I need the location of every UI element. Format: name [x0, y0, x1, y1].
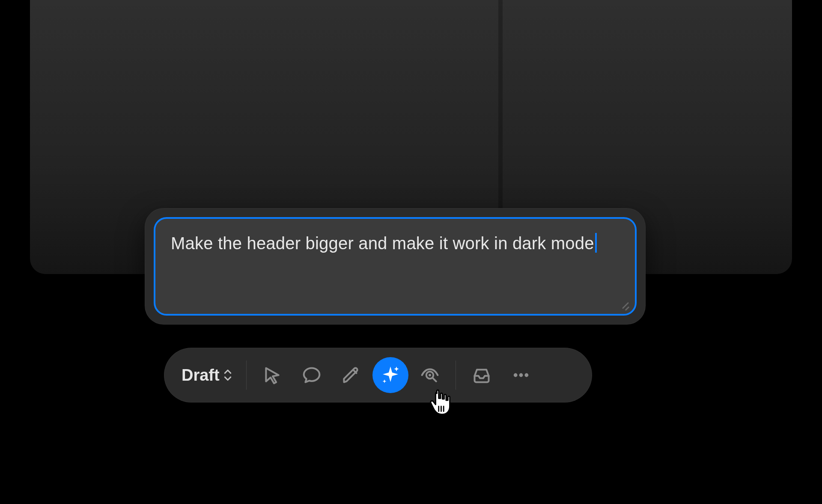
inbox-tool[interactable]	[464, 357, 500, 393]
select-tool[interactable]	[254, 357, 290, 393]
ai-prompt-text: Make the header bigger and make it work …	[171, 234, 594, 253]
ai-tool[interactable]	[372, 357, 408, 393]
more-tool[interactable]	[503, 357, 539, 393]
draw-tool[interactable]	[333, 357, 369, 393]
toolbar-divider	[456, 361, 456, 390]
comment-tool[interactable]	[294, 357, 330, 393]
app-stage: Make the header bigger and make it work …	[0, 0, 822, 504]
svg-point-3	[519, 373, 523, 377]
canvas-divider	[498, 0, 503, 240]
svg-point-1	[429, 374, 431, 376]
text-caret	[595, 233, 597, 253]
mode-label: Draft	[182, 366, 220, 385]
comment-icon	[302, 366, 321, 385]
svg-point-4	[524, 373, 528, 377]
svg-point-2	[513, 373, 517, 377]
toolbar-divider	[246, 361, 247, 390]
resize-handle-icon[interactable]	[619, 299, 629, 309]
sparkle-icon	[380, 365, 401, 385]
pointer-icon	[263, 366, 282, 385]
mode-selector[interactable]: Draft	[182, 366, 238, 385]
eye-target-icon	[420, 366, 439, 385]
inbox-icon	[472, 366, 491, 385]
ai-prompt-input[interactable]: Make the header bigger and make it work …	[154, 217, 637, 316]
ai-prompt-panel: Make the header bigger and make it work …	[145, 208, 646, 325]
chevron-up-down-icon	[224, 369, 232, 381]
bottom-toolbar: Draft	[164, 348, 592, 403]
pencil-icon	[342, 366, 360, 385]
more-icon	[512, 366, 530, 385]
inspect-tool[interactable]	[412, 357, 448, 393]
